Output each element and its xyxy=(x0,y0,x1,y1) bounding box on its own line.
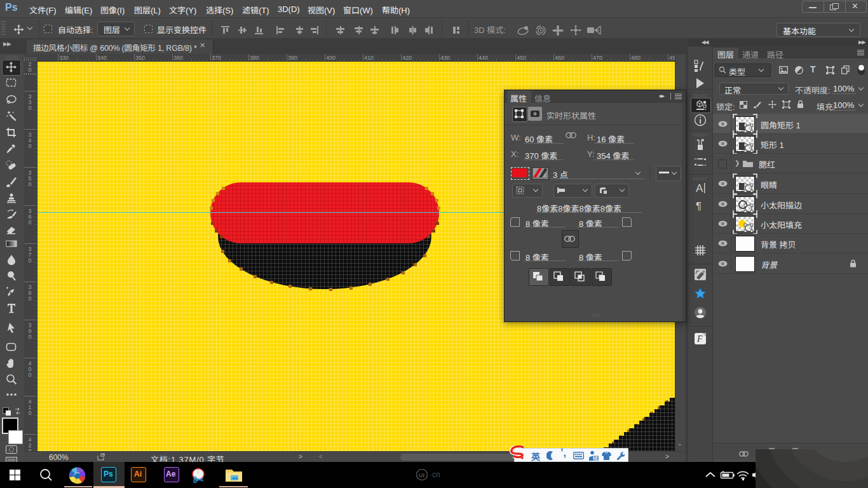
svg-text:F: F xyxy=(696,334,703,344)
svg-text:¶: ¶ xyxy=(696,200,702,212)
svg-text:24: 24 xyxy=(593,456,599,461)
svg-text:A: A xyxy=(696,182,703,194)
svg-text:UI: UI xyxy=(419,472,424,478)
